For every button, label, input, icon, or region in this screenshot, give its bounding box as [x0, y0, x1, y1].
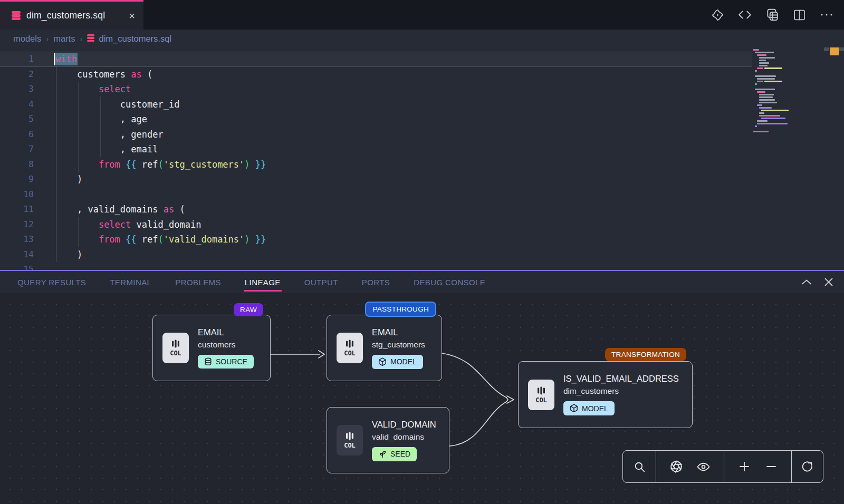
- line-number: 14: [0, 247, 34, 263]
- column-name: EMAIL: [198, 327, 224, 337]
- minimap-line: [753, 73, 815, 74]
- copy-table-icon[interactable]: [765, 8, 779, 22]
- column-name: EMAIL: [372, 327, 398, 337]
- minimap-line: [753, 86, 815, 88]
- overview-ruler[interactable]: [824, 47, 844, 270]
- cube-icon: [378, 357, 387, 366]
- code-line: from {{ ref('valid_domains') }}: [55, 232, 749, 247]
- minimap-line: [753, 83, 815, 85]
- model-name: stg_customers: [372, 340, 425, 350]
- lineage-canvas[interactable]: RAW COL EMAIL customers SOURCE PASSTHROU…: [0, 293, 844, 504]
- col-label: COL: [344, 350, 356, 357]
- minimap-line: [753, 70, 815, 72]
- tab-ports[interactable]: PORTS: [362, 278, 390, 287]
- code-icon[interactable]: [738, 9, 752, 21]
- tab-bar: dim_customers.sql ×: [0, 0, 844, 30]
- cube-icon: [570, 404, 578, 413]
- minimap-line: [753, 102, 815, 103]
- minimap-line: [753, 54, 815, 56]
- lineage-node-stg-customers[interactable]: PASSTHROUGH COL EMAIL stg_customers MODE…: [327, 315, 442, 381]
- badge-raw: RAW: [234, 303, 263, 316]
- badge-transformation: TRANSFORMATION: [605, 348, 686, 361]
- code-line: , email: [55, 142, 749, 157]
- column-icon: COL: [337, 333, 363, 363]
- minimap[interactable]: [753, 49, 815, 133]
- tab-query-results[interactable]: QUERY RESULTS: [17, 278, 86, 287]
- breadcrumb-models[interactable]: models: [13, 34, 41, 44]
- minimap-line: [753, 52, 815, 53]
- dbt-logo-icon[interactable]: [711, 8, 724, 22]
- minimap-line: [753, 128, 815, 130]
- minimap-line: [753, 78, 815, 80]
- lineage-node-customers[interactable]: RAW COL EMAIL customers SOURCE: [152, 315, 271, 381]
- code-line: [55, 262, 749, 270]
- close-tab-icon[interactable]: ×: [129, 11, 135, 21]
- code-line: select: [55, 82, 749, 97]
- tab-problems[interactable]: PROBLEMS: [175, 278, 221, 287]
- code-line: ): [55, 172, 749, 187]
- line-number: 4: [0, 97, 34, 112]
- minimap-line: [753, 104, 815, 106]
- breadcrumb-marts[interactable]: marts: [53, 34, 75, 44]
- toolbar-view-cell: [656, 451, 724, 482]
- refresh-icon[interactable]: [801, 460, 814, 473]
- lineage-toolbar: [622, 450, 823, 483]
- seedling-icon: [378, 450, 387, 459]
- minimap-line: [753, 75, 815, 77]
- minimap-line: [753, 62, 815, 64]
- gutter: 123456789101112131415: [0, 52, 34, 270]
- minimap-line: [753, 125, 815, 127]
- column-icon: COL: [337, 425, 363, 455]
- chevron-right-icon: ›: [80, 34, 82, 43]
- breadcrumb-file[interactable]: dim_customers.sql: [87, 34, 171, 44]
- eye-icon[interactable]: [696, 460, 711, 473]
- minimap-line: [753, 81, 815, 82]
- toolbar-zoom-cell: [724, 451, 792, 482]
- database-icon: [87, 34, 94, 42]
- lineage-node-dim-customers[interactable]: TRANSFORMATION COL IS_VALID_EMAIL_ADDRES…: [518, 361, 693, 428]
- code-line: from {{ ref('stg_customers') }}: [55, 157, 749, 172]
- badge-passthrough: PASSTHROUGH: [365, 302, 436, 317]
- close-panel-icon[interactable]: [824, 277, 833, 287]
- search-icon[interactable]: [633, 460, 646, 473]
- minimap-line: [753, 94, 815, 95]
- model-name: valid_domains: [372, 432, 424, 442]
- minimap-line: [753, 115, 815, 117]
- pill-seed: SEED: [372, 447, 417, 461]
- chevron-up-icon[interactable]: [801, 278, 812, 286]
- tab-lineage[interactable]: LINEAGE: [245, 278, 281, 287]
- ruler-marker-orange: [829, 47, 839, 56]
- line-number: 1: [0, 52, 34, 67]
- code-line: with: [55, 52, 749, 67]
- zoom-in-icon[interactable]: [738, 460, 751, 473]
- code-line: , age: [55, 112, 749, 127]
- minimap-line: [753, 112, 815, 114]
- tab-terminal[interactable]: TERMINAL: [110, 278, 151, 287]
- minimap-line: [753, 49, 815, 51]
- aperture-icon[interactable]: [669, 460, 683, 473]
- code-editor[interactable]: 123456789101112131415 with customers as …: [0, 47, 844, 270]
- zoom-out-icon[interactable]: [765, 460, 778, 473]
- editor-actions: [711, 0, 844, 30]
- panel-actions: [801, 277, 844, 287]
- tab-output[interactable]: OUTPUT: [304, 278, 338, 287]
- tab-label: dim_customers.sql: [26, 10, 123, 21]
- panel-tab-bar: QUERY RESULTS TERMINAL PROBLEMS LINEAGE …: [0, 270, 844, 293]
- line-number: 13: [0, 232, 34, 247]
- col-label: COL: [344, 442, 356, 449]
- minimap-line: [753, 99, 815, 101]
- split-editor-icon[interactable]: [793, 8, 806, 22]
- toolbar-search-cell: [623, 451, 656, 482]
- line-number: 8: [0, 157, 34, 172]
- toolbar-refresh-cell: [792, 451, 822, 482]
- code-line: customers as (: [55, 67, 749, 82]
- minimap-line: [753, 131, 815, 132]
- lineage-node-valid-domains[interactable]: COL VALID_DOMAIN valid_domains SEED: [327, 407, 449, 473]
- minimap-line: [753, 96, 815, 98]
- line-number: 11: [0, 202, 34, 217]
- tab-debug-console[interactable]: DEBUG CONSOLE: [414, 278, 485, 287]
- more-icon[interactable]: [820, 12, 833, 17]
- tab-dim-customers[interactable]: dim_customers.sql ×: [0, 0, 143, 30]
- code-lines[interactable]: with customers as ( select customer_id ,…: [55, 52, 749, 270]
- col-label: COL: [170, 350, 181, 357]
